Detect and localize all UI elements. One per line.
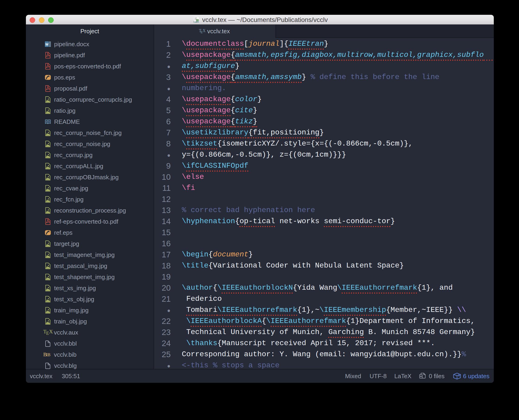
svg-text:LaTeX: LaTeX xyxy=(194,20,199,23)
svg-text:X: X xyxy=(203,29,205,33)
